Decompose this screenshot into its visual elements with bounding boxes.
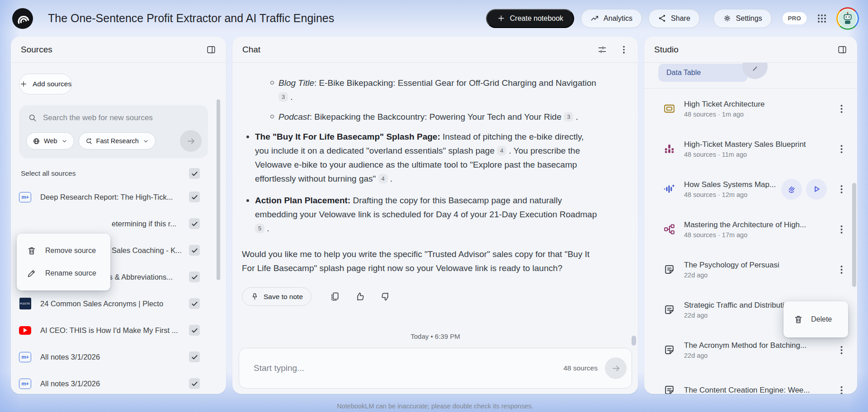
save-to-note-button[interactable]: Save to note [242,287,311,306]
chat-text: Blog Title: E-Bike Bikepacking: Essentia… [278,76,599,104]
research-mode-dropdown[interactable]: Fast Research [79,132,156,150]
citation-chip[interactable]: 3 [564,112,573,122]
studio-item-title: Strategic Traffic and Distribution... [684,301,799,310]
citation-chip[interactable]: 4 [378,174,388,183]
studio-item-title: Mastering the Architecture of High... [684,220,806,229]
edit-tool-button[interactable] [742,63,768,79]
chat-message-area: Blog Title: E-Bike Bikepacking: Essentia… [232,63,638,332]
apps-grid-button[interactable] [813,9,831,28]
thumbs-down-icon[interactable] [380,291,391,302]
item-menu-button[interactable] [840,184,844,195]
source-row[interactable]: etermining if this r... [19,214,208,234]
studio-row[interactable]: Mastering the Architecture of High...48 … [663,209,857,249]
studio-item-title: High-Ticket Mastery Sales Blueprint [684,140,806,149]
studio-item-actions [781,179,827,200]
remove-source-menu-item[interactable]: Remove source [17,239,110,262]
citation-chip[interactable]: 3 [278,92,288,102]
web-filter-dropdown[interactable]: Web [26,132,74,150]
send-message-button[interactable] [605,357,627,379]
arrow-right-icon [186,136,196,146]
source-label: All notes 3/1/2026 [40,353,189,361]
source-search-input[interactable] [43,113,202,122]
delete-menu-item[interactable]: Delete [783,301,848,337]
source-checkbox[interactable] [189,218,200,229]
bullet-marker-icon [270,81,274,84]
select-all-checkbox[interactable] [189,168,200,179]
source-label: Sales Coaching - K... [112,246,189,255]
item-menu-button[interactable] [840,385,844,394]
sources-scrollbar[interactable] [217,99,220,280]
flowchart-icon [663,223,675,235]
notebook-source-icon: m+ [19,192,31,202]
settings-button[interactable]: Settings [713,9,772,28]
studio-row[interactable]: High Ticket Architecture48 sources · 1m … [663,89,857,129]
source-row[interactable]: m+All notes 3/1/2026 [19,347,208,367]
item-menu-button[interactable] [840,224,844,235]
source-row[interactable]: PLECTO24 Common Sales Acronyms | Plecto [19,294,208,314]
collapse-panel-icon[interactable] [206,45,216,55]
more-options-icon[interactable] [620,45,628,55]
studio-item-title: The Psychology of Persuasi [684,261,779,270]
item-menu-button[interactable] [840,345,844,356]
source-row[interactable]: AI CEO: THIS is How I'd Make My First ..… [19,320,208,340]
chat-text: The "Buy It For Life Basecamp" Splash Pa… [255,130,599,186]
create-notebook-button[interactable]: Create notebook [486,9,574,28]
citation-chip[interactable]: 4 [497,146,506,155]
studio-item-title: High Ticket Architecture [684,100,765,109]
plus-icon [497,14,505,23]
source-checkbox[interactable] [189,245,200,256]
audio-waveform-icon [663,183,675,195]
copy-icon[interactable] [330,291,340,302]
notebooklm-logo-icon[interactable] [12,8,33,29]
chat-timestamp: Today • 6:39 PM [239,332,632,340]
source-checkbox[interactable] [189,378,200,389]
studio-item-text: Strategic Traffic and Distribution...22d… [684,301,799,319]
studio-row[interactable]: How Sales Systems Map...48 sources · 12m… [663,169,857,209]
globe-icon [33,137,40,145]
source-checkbox[interactable] [189,298,200,309]
source-row[interactable]: m+All notes 3/1/2026 [19,374,208,393]
studio-item-title: The Content Creation Engine: Wee... [684,386,810,394]
studio-item-meta: 22d ago [684,312,799,319]
studio-row[interactable]: The Psychology of Persuasi22d ago [663,249,857,290]
add-sources-button[interactable]: Add sources [19,74,72,94]
item-menu-button[interactable] [840,144,844,154]
analytics-button[interactable]: Analytics [581,9,642,28]
tune-icon[interactable] [597,45,607,55]
note-icon [663,304,675,316]
user-avatar[interactable] [836,7,859,30]
source-checkbox[interactable] [189,272,200,282]
source-label: All notes 3/1/2026 [40,379,189,388]
source-icon-box: m+ [19,379,31,389]
chat-panel: Chat Blog Title: E-Bike Bikepacking: Ess… [232,37,638,394]
studio-tools-row: Data Table [644,63,857,88]
rename-source-menu-item[interactable]: Rename source [17,262,110,285]
source-checkbox[interactable] [189,192,200,202]
play-button[interactable] [806,179,827,200]
source-label: AI CEO: THIS is How I'd Make My First ..… [40,326,189,335]
share-button[interactable]: Share [648,9,700,28]
studio-item-list: High Ticket Architecture48 sources · 1m … [644,89,857,394]
collapse-panel-icon[interactable] [837,45,847,55]
studio-row[interactable]: High-Ticket Mastery Sales Blueprint48 so… [663,129,857,169]
studio-row[interactable]: The Content Creation Engine: Wee... [663,370,857,394]
source-checkbox[interactable] [189,351,200,362]
chat-text: Action Plan Placement: Drafting the copy… [255,193,599,235]
source-checkbox[interactable] [189,325,200,336]
search-submit-button[interactable] [180,130,202,152]
chat-scrollbar[interactable] [632,336,636,346]
chat-input[interactable] [254,363,558,373]
notebook-source-icon: m+ [19,379,31,389]
item-menu-button[interactable] [840,103,844,114]
studio-item-title: The Acronym Method for Batching... [684,341,807,350]
studio-scrollbar[interactable] [852,183,856,287]
pro-badge: PRO [783,12,807,24]
interactive-mode-button[interactable] [781,179,802,200]
data-table-chip[interactable]: Data Table [658,64,748,82]
thumbs-up-icon[interactable] [355,291,365,302]
citation-chip[interactable]: 5 [255,224,264,233]
source-row[interactable]: m+Deep Research Report: The High-Tick... [19,187,208,207]
plecto-favicon: PLECTO [19,298,31,309]
item-menu-button[interactable] [840,264,844,275]
app-header: The One-Sentence Profit Extractor and AI… [0,0,868,37]
